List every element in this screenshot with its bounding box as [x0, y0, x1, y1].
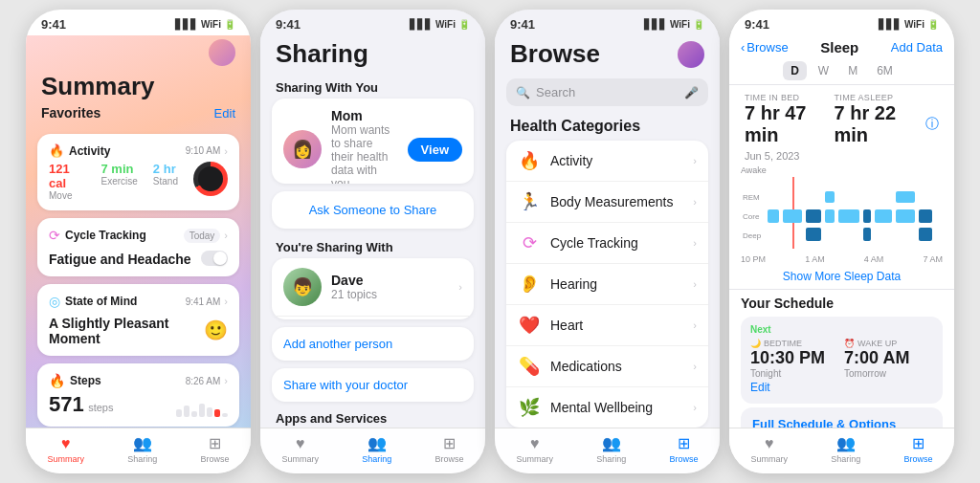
dave-out-name: Dave [331, 273, 449, 288]
state-of-mind-card[interactable]: ◎ State of Mind 9:41 AM › A Slightly Ple… [37, 284, 239, 356]
tab-summary-3[interactable]: ♥ Summary [517, 435, 554, 464]
heart-cat-icon: ❤️ [518, 315, 541, 336]
status-icons-2: ▋▋▋ WiFi 🔋 [410, 19, 470, 30]
info-icon[interactable]: ⓘ [925, 116, 939, 133]
today-badge: Today [184, 229, 221, 243]
period-6m[interactable]: 6M [869, 61, 901, 80]
mind-icon: ◎ [49, 294, 60, 309]
steps-card[interactable]: 🔥 Steps 8:26 AM › 571 steps [37, 363, 239, 427]
cycle-label: Cycle Tracking [65, 229, 146, 242]
tab-browse-2[interactable]: ⊞ Browse [434, 434, 463, 464]
category-heart[interactable]: ❤️ Heart › [506, 305, 708, 346]
category-heart-name: Heart [550, 318, 683, 333]
mom-info: Mom Mom wants to share their health data… [331, 108, 398, 184]
tab-sharing-3[interactable]: 👥 Sharing [596, 434, 626, 464]
activity-rings [193, 162, 228, 196]
svg-rect-16 [825, 191, 835, 203]
category-hearing[interactable]: 👂 Hearing › [506, 264, 708, 305]
period-w[interactable]: W [811, 61, 836, 80]
tab-browse-label-3: Browse [669, 454, 698, 464]
sleep-nav-title: Sleep [820, 39, 858, 55]
cycle-tracking-card[interactable]: ⟳ Cycle Tracking Today › Fatigue and Hea… [37, 218, 239, 276]
ask-share-button[interactable]: Ask Someone to Share [272, 191, 474, 229]
mom-avatar: 👩 [283, 130, 322, 168]
heart-icon-1: ♥ [61, 435, 71, 452]
share-doctor-button[interactable]: Share with your doctor [272, 368, 474, 402]
sharing-icon-3: 👥 [602, 434, 621, 452]
status-icons-1: ▋▋▋ WiFi 🔋 [175, 19, 235, 30]
category-cycle[interactable]: ⟳ Cycle Tracking › [506, 223, 708, 264]
more-sleep-button[interactable]: Show More Sleep Data [729, 266, 954, 290]
wakeup-label: ⏰ WAKE UP [844, 339, 909, 348]
browse-icon-3: ⊞ [678, 434, 690, 452]
edit-button[interactable]: Edit [214, 106, 235, 121]
schedule-title: Your Schedule [741, 296, 943, 311]
svg-rect-4 [768, 209, 779, 223]
tab-browse-4[interactable]: ⊞ Browse [903, 434, 932, 464]
tab-bar-2: ♥ Summary 👥 Sharing ⊞ Browse [260, 428, 485, 473]
schedule-times: 🌙 BEDTIME 10:30 PM Tonight ⏰ WAKE UP 7:0… [750, 339, 933, 379]
awake-label: Awake [741, 165, 767, 175]
time-asleep-stat: TIME ASLEEP 7 hr 22 min ⓘ [835, 93, 939, 146]
activity-chevron-3: › [693, 155, 697, 166]
category-mental-name: Mental Wellbeing [550, 400, 683, 415]
tab-summary-2[interactable]: ♥ Summary [282, 435, 320, 464]
status-bar-1: 9:41 ▋▋▋ WiFi 🔋 [26, 10, 251, 35]
browse-avatar[interactable] [678, 41, 704, 68]
full-schedule-button[interactable]: Full Schedule & Options Every Day › [741, 407, 943, 428]
category-mental[interactable]: 🌿 Mental Wellbeing › [506, 387, 708, 428]
profile-avatar[interactable] [209, 39, 235, 66]
tab-browse-3[interactable]: ⊞ Browse [669, 434, 698, 464]
edit-link[interactable]: Edit [750, 379, 933, 396]
hearing-cat-icon: 👂 [518, 274, 541, 295]
activity-card[interactable]: 🔥 Activity 9:10 AM › 121 cal Move 7 min … [37, 134, 239, 210]
tab-sharing-label-4: Sharing [831, 454, 860, 464]
dave-outgoing-person[interactable]: 👦 Dave 21 topics › [272, 258, 474, 317]
battery-icon-3: 🔋 [693, 19, 704, 30]
period-m[interactable]: M [840, 61, 865, 80]
fatigue-label: Fatigue and Headache [49, 252, 191, 267]
back-button[interactable]: ‹ Browse [741, 40, 789, 55]
tab-browse-1[interactable]: ⊞ Browse [200, 434, 229, 464]
schedule-section: Your Schedule Next 🌙 BEDTIME 10:30 PM To… [729, 290, 954, 428]
you-sharing-label: You're Sharing With [260, 236, 485, 258]
mom-view-button[interactable]: View [408, 138, 462, 162]
time-asleep-label: TIME ASLEEP [835, 93, 939, 102]
tab-summary-1[interactable]: ♥ Summary [48, 435, 85, 464]
tab-sharing-2[interactable]: 👥 Sharing [362, 434, 391, 464]
svg-rect-8 [838, 209, 859, 223]
wifi-icon-3: WiFi [670, 19, 690, 30]
mom-sharing-person[interactable]: 👩 Mom Mom wants to share their health da… [272, 99, 474, 184]
period-d[interactable]: D [783, 61, 807, 80]
time-label-3: 7 AM [923, 254, 943, 264]
sharing-with-you-label: Sharing With You [260, 77, 485, 99]
dave-out-avatar: 👦 [283, 268, 322, 306]
svg-rect-12 [919, 209, 932, 223]
category-activity[interactable]: 🔥 Activity › [506, 141, 708, 182]
category-body[interactable]: 🏃 Body Measurements › [506, 182, 708, 223]
phone-browse: 9:41 ▋▋▋ WiFi 🔋 Browse 🔍 Search 🎤 Health… [495, 10, 720, 473]
exercise-value: 7 min [101, 162, 138, 176]
svg-rect-15 [919, 228, 932, 241]
search-bar[interactable]: 🔍 Search 🎤 [506, 78, 708, 106]
tab-sharing-1[interactable]: 👥 Sharing [127, 434, 157, 464]
svg-rect-9 [863, 209, 871, 223]
phone-sharing: 9:41 ▋▋▋ WiFi 🔋 Sharing Sharing With You… [260, 10, 485, 473]
tab-summary-4[interactable]: ♥ Summary [751, 435, 789, 464]
category-medications[interactable]: 💊 Medications › [506, 346, 708, 387]
svg-rect-10 [875, 209, 892, 223]
status-time-2: 9:41 [276, 17, 301, 32]
next-badge: Next [750, 324, 933, 335]
browse-icon-1: ⊞ [209, 434, 221, 452]
add-data-button[interactable]: Add Data [891, 40, 943, 55]
tab-sharing-label-1: Sharing [127, 454, 157, 464]
tab-sharing-4[interactable]: 👥 Sharing [831, 434, 860, 464]
mic-icon[interactable]: 🎤 [684, 86, 699, 99]
fatigue-toggle[interactable] [201, 251, 228, 266]
add-person-button[interactable]: Add another person [272, 327, 474, 361]
mom-outgoing-person[interactable]: 👩 Mom 14 topics › [272, 317, 474, 319]
category-list: 🔥 Activity › 🏃 Body Measurements › ⟳ Cyc… [506, 141, 708, 428]
sharing-icon-1: 👥 [133, 434, 152, 452]
mind-emoji: 🙂 [204, 318, 228, 341]
search-input-3[interactable]: Search [536, 85, 679, 99]
